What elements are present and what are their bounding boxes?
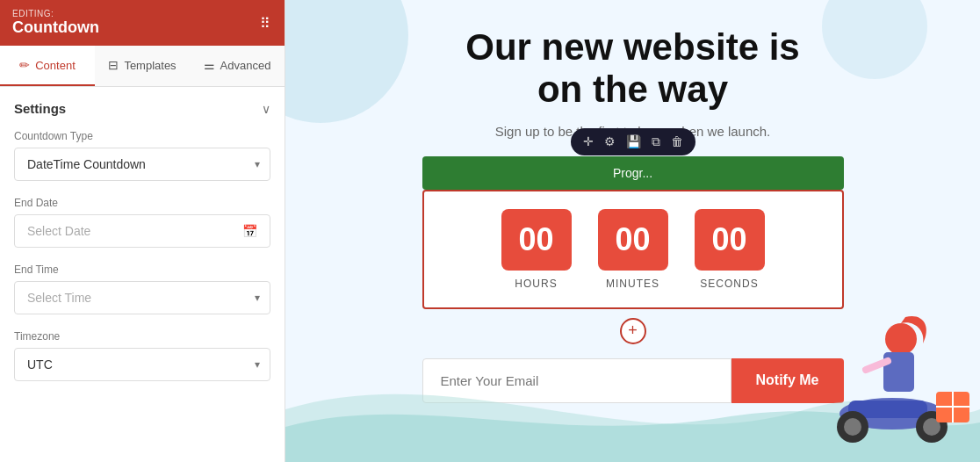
countdown-minutes-label: MINUTES [606, 278, 659, 290]
settings-title: Settings [14, 101, 66, 116]
timezone-wrapper: UTC EST PST GMT ▾ [14, 348, 270, 381]
toolbar-copy-btn[interactable]: ⧉ [648, 133, 664, 151]
timezone-label: Timezone [14, 330, 270, 343]
page-title: Our new website is on the way [465, 26, 799, 112]
end-date-group: End Date Select Date 📅 [14, 197, 270, 248]
select-date-text: Select Date [27, 224, 90, 238]
title-line2: on the way [537, 69, 728, 110]
tab-content[interactable]: ✏ Content [0, 46, 95, 86]
bg-decoration-circle-tl [285, 0, 408, 123]
add-element-button[interactable]: + [620, 318, 646, 344]
svg-point-0 [885, 323, 917, 355]
toolbar-move-btn[interactable]: ✛ [580, 133, 597, 150]
end-time-group: End Time Select Time 12:00 AM 6:00 AM 12… [14, 263, 270, 314]
progress-bar-label: Progr... [613, 166, 652, 180]
countdown-hours-label: HOURS [515, 278, 557, 290]
tab-templates-label: Templates [124, 59, 176, 72]
toolbar-settings-btn[interactable]: ⚙ [601, 133, 619, 150]
editing-label: EDITING: [12, 9, 99, 18]
settings-collapse-icon[interactable]: ∨ [262, 102, 270, 116]
countdown-type-group: Countdown Type DateTime Countdown Evergr… [14, 130, 270, 181]
calendar-icon: 📅 [242, 224, 257, 238]
widget-toolbar: ✛ ⚙ 💾 ⧉ 🗑 [571, 128, 695, 155]
countdown-seconds-box: 00 [695, 209, 765, 271]
content-tab-icon: ✏ [19, 58, 30, 72]
scooter-svg [787, 286, 980, 462]
countdown-section: 00 HOURS 00 MINUTES 00 SECONDS [422, 190, 844, 309]
countdown-seconds-label: SECONDS [700, 278, 758, 290]
toolbar-delete-btn[interactable]: 🗑 [667, 133, 687, 150]
countdown-type-wrapper: DateTime Countdown Evergreen Countdown ▾ [14, 148, 270, 181]
countdown-minutes-item: 00 MINUTES [598, 209, 668, 290]
timezone-group: Timezone UTC EST PST GMT ▾ [14, 330, 270, 381]
grid-dots-icon[interactable]: ⠿ [260, 15, 272, 32]
toolbar-save-btn[interactable]: 💾 [623, 133, 645, 150]
tab-advanced[interactable]: ⚌ Advanced [190, 46, 285, 86]
settings-section-header: Settings ∨ [14, 101, 270, 116]
panel-tabs: ✏ Content ⊟ Templates ⚌ Advanced [0, 46, 285, 87]
countdown-type-select[interactable]: DateTime Countdown Evergreen Countdown [14, 148, 270, 181]
end-time-select[interactable]: Select Time 12:00 AM 6:00 AM 12:00 PM [14, 281, 270, 314]
countdown-hours-box: 00 [501, 209, 572, 271]
end-date-input[interactable]: Select Date 📅 [14, 214, 270, 248]
countdown-minutes-box: 00 [598, 209, 668, 271]
advanced-tab-icon: ⚌ [204, 58, 215, 72]
countdown-seconds-item: 00 SECONDS [695, 209, 765, 290]
panel-header: EDITING: Countdown ⠿ [0, 0, 285, 46]
scooter-illustration [787, 286, 980, 462]
countdown-hours-item: 00 HOURS [501, 209, 572, 290]
title-line1: Our new website is [465, 26, 799, 68]
left-panel: EDITING: Countdown ⠿ ✏ Content ⊟ Templat… [0, 0, 285, 462]
end-time-label: End Time [14, 263, 270, 276]
progress-bar: Progr... [422, 156, 844, 190]
panel-header-text: EDITING: Countdown [12, 9, 99, 37]
right-panel: Our new website is on the way Sign up to… [285, 0, 980, 462]
timezone-select[interactable]: UTC EST PST GMT [14, 348, 270, 381]
widget-name: Countdown [12, 18, 99, 37]
tab-templates[interactable]: ⊟ Templates [95, 46, 190, 86]
svg-point-6 [844, 418, 861, 436]
end-date-label: End Date [14, 197, 270, 209]
templates-tab-icon: ⊟ [108, 58, 119, 72]
tab-content-label: Content [35, 59, 76, 72]
bg-decoration-circle-tr [822, 0, 927, 79]
end-time-wrapper: Select Time 12:00 AM 6:00 AM 12:00 PM ▾ [14, 281, 270, 314]
countdown-type-label: Countdown Type [14, 130, 270, 142]
progress-section: ✛ ⚙ 💾 ⧉ 🗑 Progr... [422, 156, 844, 190]
tab-advanced-label: Advanced [220, 59, 271, 72]
panel-body: Settings ∨ Countdown Type DateTime Count… [0, 87, 285, 462]
